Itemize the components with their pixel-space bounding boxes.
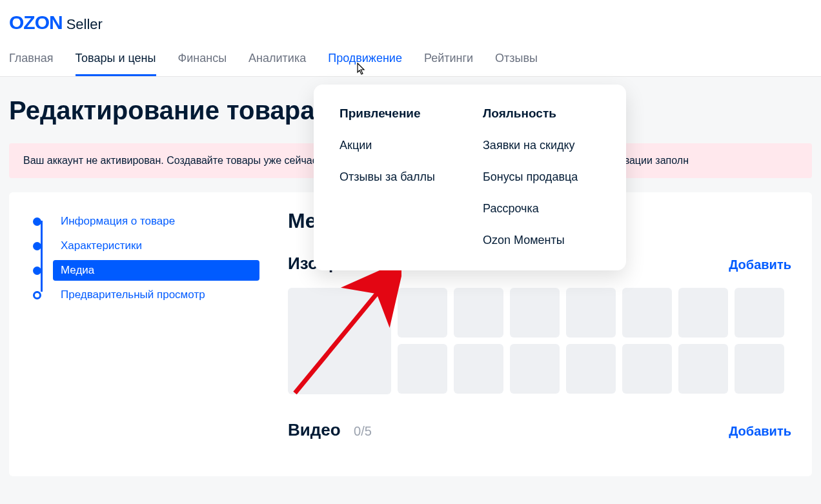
step-dot-icon (33, 242, 41, 250)
dropdown-item-reviews-for-points[interactable]: Отзывы за баллы (340, 170, 457, 184)
dropdown-item-ozon-moments[interactable]: Ozon Моменты (483, 234, 600, 247)
step-preview[interactable]: Предварительный просмотр (23, 283, 259, 307)
nav-analytics[interactable]: Аналитика (248, 52, 306, 76)
nav-reviews[interactable]: Отзывы (495, 52, 538, 76)
video-title: Видео (288, 420, 341, 439)
step-label: Предварительный просмотр (53, 285, 259, 305)
dropdown-item-discount-requests[interactable]: Заявки на скидку (483, 139, 600, 152)
logo-brand: OZON (9, 12, 63, 34)
add-video-button[interactable]: Добавить (729, 424, 791, 439)
image-placeholder[interactable] (735, 344, 784, 394)
image-placeholder[interactable] (398, 344, 447, 394)
nav-finance[interactable]: Финансы (178, 52, 227, 76)
logo-product: Seller (66, 16, 103, 33)
step-dot-icon (33, 267, 41, 275)
step-info[interactable]: Информация о товаре (23, 209, 259, 234)
step-characteristics[interactable]: Характеристики (23, 234, 259, 258)
image-placeholder[interactable] (454, 288, 503, 338)
dropdown-header-attraction: Привлечение (340, 106, 457, 121)
step-label: Медиа (53, 260, 259, 281)
image-placeholder[interactable] (398, 288, 447, 338)
add-images-button[interactable]: Добавить (729, 257, 791, 272)
top-nav: Главная Товары и цены Финансы Аналитика … (0, 37, 821, 77)
image-placeholder[interactable] (454, 344, 503, 394)
dropdown-item-seller-bonuses[interactable]: Бонусы продавца (483, 170, 600, 184)
nav-promotion[interactable]: Продвижение (328, 52, 402, 76)
image-placeholder[interactable] (510, 344, 560, 394)
step-label: Характеристики (53, 236, 259, 256)
nav-ratings[interactable]: Рейтинги (424, 52, 473, 76)
dropdown-item-actions[interactable]: Акции (340, 139, 457, 152)
dropdown-header-loyalty: Лояльность (483, 106, 600, 121)
nav-main[interactable]: Главная (9, 52, 54, 76)
images-grid (288, 288, 791, 394)
logo[interactable]: OZON Seller (9, 12, 103, 34)
promotion-dropdown: Привлечение Акции Отзывы за баллы Лояльн… (314, 85, 626, 270)
step-label: Информация о товаре (53, 211, 259, 232)
image-placeholder[interactable] (678, 288, 728, 338)
step-media[interactable]: Медиа (23, 258, 259, 283)
image-placeholder-main[interactable] (288, 288, 391, 394)
image-placeholder[interactable] (510, 288, 560, 338)
video-count: 0/5 (354, 424, 372, 438)
image-placeholder[interactable] (622, 288, 672, 338)
image-placeholder[interactable] (678, 344, 728, 394)
image-placeholder[interactable] (735, 288, 784, 338)
dropdown-item-installment[interactable]: Рассрочка (483, 202, 600, 216)
stepper: Информация о товаре Характеристики Медиа… (9, 209, 274, 476)
image-placeholder[interactable] (622, 344, 672, 394)
step-dot-icon (33, 291, 41, 299)
step-dot-icon (33, 217, 41, 226)
image-placeholder[interactable] (566, 344, 616, 394)
image-placeholder[interactable] (566, 288, 616, 338)
nav-products[interactable]: Товары и цены (76, 52, 156, 76)
